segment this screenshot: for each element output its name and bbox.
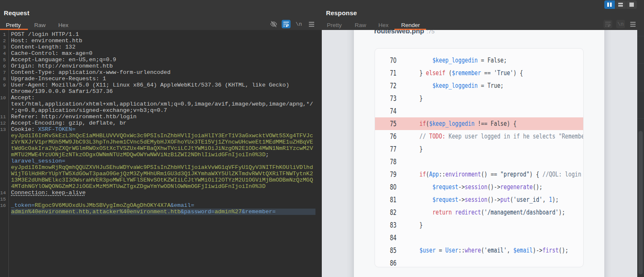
request-editor-menu-icon[interactable] <box>309 22 315 27</box>
scrollbar-tick <box>637 118 644 119</box>
error-line-ref: :75 <box>427 30 435 35</box>
layout-single-button[interactable] <box>626 0 637 9</box>
scrollbar-tick <box>637 91 644 91</box>
code-line: } <box>394 219 423 231</box>
request-line: Upgrade-Insecure-Requests: 1 <box>11 76 106 82</box>
tab-raw[interactable]: Raw <box>34 22 46 28</box>
request-line: Cookie: XSRF-TOKEN= <box>11 126 76 133</box>
top-chrome: Request Response PrettyRawHex PrettyRawH… <box>0 0 644 30</box>
layout-selector <box>604 0 637 9</box>
request-line: User-Agent: Mozilla/5.0 (X11; Linux x86_… <box>11 82 289 88</box>
line-number: 14 <box>0 190 6 196</box>
request-line: Content-Type: application/x-www-form-url… <box>11 69 171 76</box>
scrollbar-tick <box>637 63 644 64</box>
word-wrap-toggle-enabled[interactable] <box>282 20 291 28</box>
request-line: Content-Length: 132 <box>11 44 76 50</box>
request-line: Accept-Language: en-US,en;q=0.9 <box>11 57 116 63</box>
code-line-number: 86 <box>382 257 397 268</box>
response-scrollbar[interactable] <box>637 30 644 277</box>
code-line: } elseif ($remember == 'True') { <box>394 67 523 79</box>
request-line: Chrome/139.0.0.0 Safari/537.36 <box>11 88 113 95</box>
code-line: $request->session()->put('user_id', 1); <box>394 193 559 206</box>
request-line: W1jTGlHdHRrYUpYTW5XdGOwT3paaO9GejQzM3ZyM… <box>11 171 313 177</box>
code-line-number: 84 <box>382 231 397 244</box>
line-number: 7 <box>0 69 6 76</box>
request-line: eyJpdiI6InRvSkEzL3hQcE1aMHBLUVVVQOxWc3c9… <box>11 133 313 139</box>
request-line: eyJpdiI6ImowRjRqQmhQQUZXVHJuSEhuWDYvaWc9… <box>11 164 313 171</box>
request-line: Cache-Control: max-age=0 <box>11 50 92 57</box>
request-line: Origin: http://environment.htb <box>11 63 113 69</box>
line-number: 12 <box>0 120 6 126</box>
code-line-number: 78 <box>382 155 397 168</box>
line-number: 9 <box>0 82 6 88</box>
code-line: // TODO: Keep user logged in if he selec… <box>394 130 584 143</box>
request-line: *;q=0.8,application/signed-exchange;v=b3… <box>11 107 167 114</box>
code-line: if($keep_loggedin !== False) { <box>394 117 516 130</box>
code-snippet-card: 70 $keep_loggedin = False;71 } elseif ($… <box>375 48 584 267</box>
code-line: if(App::environment() == "preprod") { //… <box>394 168 584 181</box>
request-line: tWdGcOakIra2VpZXQrWGlmRWOxOStXcTVSZUx4WF… <box>11 145 313 152</box>
code-line: } <box>394 143 423 155</box>
code-line: $request->session()->regenerate(); <box>394 181 542 193</box>
request-editor[interactable]: 1POST /login HTTP/1.12Host: environment.… <box>0 30 320 277</box>
tab-pretty[interactable]: Pretty <box>327 22 342 28</box>
line-number: 15 <box>0 196 6 202</box>
code-line: } <box>394 92 423 105</box>
request-line: mMTU2MWE4YzUONjEzNTkzODgxOWNmNTUzMDQwOWY… <box>11 152 269 158</box>
tab-hex[interactable]: Hex <box>58 22 68 28</box>
scrollbar-thumb[interactable] <box>639 131 643 274</box>
hide-nonprintable-eye-slash-icon[interactable] <box>270 20 277 28</box>
line-number: 16 <box>0 202 6 209</box>
code-line: return redirect('/management/dashboard')… <box>394 206 565 219</box>
request-line: POST /login HTTP/1.1 <box>11 31 79 38</box>
request-line: Host: environment.htb <box>11 38 82 44</box>
line-number: 13 <box>0 126 6 133</box>
code-line: $keep_loggedin = True; <box>394 79 504 92</box>
line-number: 5 <box>0 57 6 63</box>
line-number: 3 <box>0 44 6 50</box>
request-line: laravel_session= <box>11 158 65 164</box>
gutter-divider <box>8 30 9 277</box>
response-show-newlines-toggle-disabled: \n <box>616 20 625 28</box>
show-newlines-toggle[interactable]: \n <box>296 22 302 27</box>
tab-render[interactable]: Render <box>401 22 420 28</box>
line-number: 8 <box>0 76 6 82</box>
line-number: 1 <box>0 31 6 38</box>
code-line-number: 74 <box>382 105 397 117</box>
line-number: 6 <box>0 63 6 69</box>
scrollbar-tick <box>637 36 644 36</box>
line-number: 2 <box>0 38 6 44</box>
request-line: Referer: http://environment.htb/login <box>11 114 136 120</box>
request-line: admin%40environment.htb,attacker%40envir… <box>11 209 315 215</box>
request-line: Connection: keep-alive <box>11 190 86 196</box>
error-file-heading: routes/web.php:75 <box>374 30 435 35</box>
layout-columns-button[interactable] <box>604 0 615 9</box>
error-file-path: routes/web.php <box>374 30 424 35</box>
line-number: 11 <box>0 114 6 120</box>
response-word-wrap-toggle-disabled <box>603 20 612 28</box>
response-editor-menu-icon[interactable] <box>630 22 636 27</box>
request-line: 4MTdhNGYlOWQONGZmM2JiOGExMzM5MTUwZTgxZDg… <box>11 183 266 190</box>
request-line: Accept-Encoding: gzip, deflate, br <box>11 120 126 126</box>
line-number: 4 <box>0 50 6 57</box>
request-line: text/html,application/xhtml+xml,applicat… <box>11 101 313 107</box>
response-render-view[interactable]: routes/web.php:75 70 $keep_loggedin = Fa… <box>322 30 637 277</box>
code-line: $user = User::where('email', $email)->fi… <box>394 244 568 257</box>
response-panel-title: Response <box>326 9 357 16</box>
request-line: _token=REgoc9V6MUOxdUsJMbSBVygImoZgOAgDh… <box>11 202 194 209</box>
tab-raw[interactable]: Raw <box>355 22 366 28</box>
request-line: Accept: <box>11 95 35 101</box>
request-panel-title: Request <box>4 9 30 16</box>
tab-hex[interactable]: Hex <box>378 22 389 28</box>
line-number: 10 <box>0 95 6 101</box>
tab-pretty[interactable]: Pretty <box>6 22 21 28</box>
request-line: zVrNXJrV1prMGh5MW9JbC93L3hpTnJhem1CVnc5d… <box>11 139 313 145</box>
layout-rows-button[interactable] <box>615 0 626 9</box>
request-line: 13M3E2dUhBWElkc3I3OWsraHVER3poMWFLYWFlSE… <box>11 177 313 183</box>
code-line: $keep_loggedin = False; <box>394 54 507 67</box>
